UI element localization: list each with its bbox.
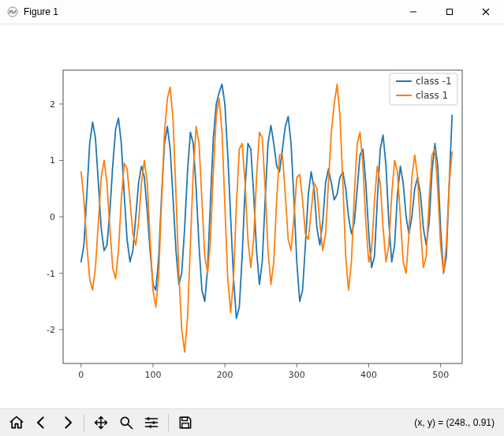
maximize-button[interactable] bbox=[431, 0, 468, 24]
svg-rect-22 bbox=[150, 425, 152, 427]
legend-entry: class 1 bbox=[416, 90, 448, 101]
y-tick-label: -1 bbox=[47, 269, 55, 279]
configure-subplots-button[interactable] bbox=[141, 412, 162, 433]
svg-rect-1 bbox=[447, 9, 453, 15]
svg-point-19 bbox=[121, 417, 129, 425]
forward-button[interactable] bbox=[57, 412, 77, 433]
forward-arrow-icon bbox=[59, 415, 75, 430]
titlebar: Figure 1 bbox=[0, 0, 504, 24]
x-tick-label: 200 bbox=[217, 370, 233, 380]
home-icon bbox=[9, 415, 24, 430]
y-tick-label: 0 bbox=[50, 212, 55, 222]
toolbar-separator bbox=[168, 414, 169, 431]
toolbar: (x, y) = (248., 0.91) bbox=[0, 408, 504, 436]
x-tick-label: 400 bbox=[360, 370, 377, 380]
window-title: Figure 1 bbox=[24, 6, 58, 17]
toolbar-separator bbox=[84, 414, 84, 431]
cursor-coordinates: (x, y) = (248., 0.91) bbox=[414, 417, 498, 428]
legend-entry: class -1 bbox=[416, 76, 452, 87]
svg-rect-20 bbox=[147, 417, 150, 419]
x-tick-label: 300 bbox=[289, 370, 305, 380]
x-tick-label: 0 bbox=[78, 370, 84, 380]
svg-rect-21 bbox=[153, 421, 155, 423]
y-tick-label: 1 bbox=[50, 155, 55, 166]
zoom-button[interactable] bbox=[116, 412, 136, 433]
back-button[interactable] bbox=[32, 412, 52, 433]
save-button[interactable] bbox=[175, 412, 196, 433]
zoom-icon bbox=[118, 415, 134, 430]
legend: class -1class 1 bbox=[390, 73, 457, 105]
y-tick-label: -2 bbox=[47, 325, 55, 335]
svg-rect-23 bbox=[182, 417, 188, 420]
save-icon bbox=[177, 415, 193, 430]
pan-icon bbox=[93, 415, 109, 430]
plot-canvas[interactable]: 0100200300400500-2-1012class -1class 1 bbox=[0, 24, 504, 408]
x-tick-label: 500 bbox=[432, 370, 449, 380]
home-button[interactable] bbox=[6, 412, 27, 433]
pan-button[interactable] bbox=[91, 412, 111, 433]
minimize-button[interactable] bbox=[395, 0, 431, 24]
svg-rect-24 bbox=[182, 423, 189, 428]
y-tick-label: 2 bbox=[50, 99, 55, 110]
app-icon bbox=[6, 6, 19, 18]
sliders-icon bbox=[144, 415, 159, 430]
back-arrow-icon bbox=[34, 415, 50, 430]
figure-window: Figure 1 0100200300400500-2-1012class -1… bbox=[0, 0, 504, 436]
x-tick-label: 100 bbox=[144, 370, 161, 380]
close-button[interactable] bbox=[468, 0, 504, 24]
